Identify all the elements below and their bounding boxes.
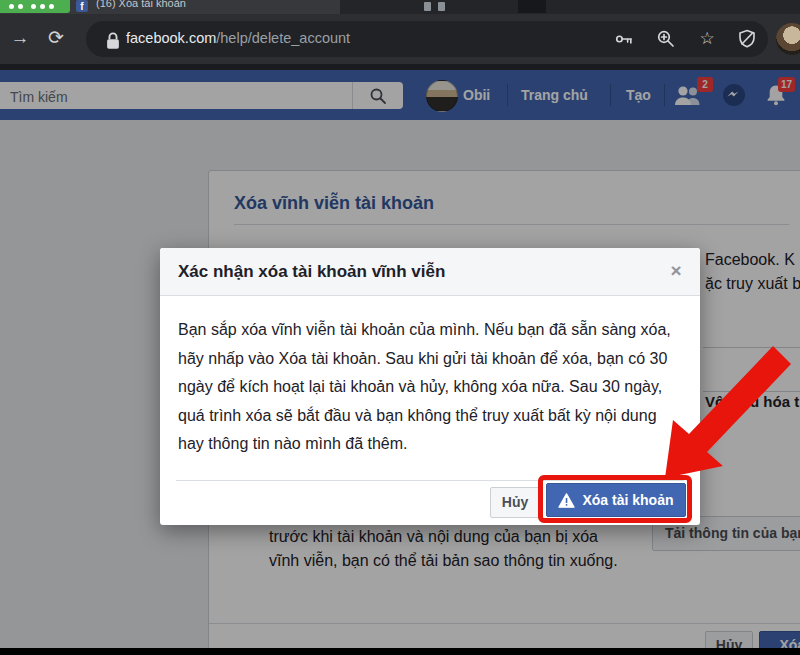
browser-profile-avatar[interactable] bbox=[776, 23, 800, 55]
zoom-icon[interactable] bbox=[656, 29, 676, 49]
facebook-favicon-icon: f bbox=[76, 0, 88, 12]
tab-decoration bbox=[424, 2, 431, 11]
modal-header: Xác nhận xóa tài khoản vĩnh viễn × bbox=[160, 248, 700, 296]
tab-title: (16) Xóa tài khoản bbox=[96, 0, 328, 14]
close-icon[interactable]: × bbox=[666, 259, 686, 283]
browser-toolbar: → ⟳ facebook.com/help/delete_account ☆ bbox=[0, 14, 800, 64]
annotation-highlight-box: Xóa tài khoản bbox=[538, 475, 692, 523]
browser-tab-strip: f (16) Xóa tài khoản bbox=[0, 0, 800, 14]
address-bar[interactable]: facebook.com/help/delete_account ☆ bbox=[86, 21, 768, 57]
reload-icon[interactable]: ⟳ bbox=[42, 24, 70, 52]
key-icon[interactable] bbox=[614, 29, 634, 49]
url-text: facebook.com/help/delete_account bbox=[126, 30, 350, 46]
warning-triangle-icon bbox=[558, 493, 575, 508]
new-tab-button[interactable] bbox=[518, 0, 546, 13]
bookmark-star-icon[interactable]: ☆ bbox=[696, 28, 718, 50]
shield-icon[interactable] bbox=[737, 29, 757, 49]
url-path: /help/delete_account bbox=[216, 30, 350, 46]
confirm-button-label: Xóa tài khoản bbox=[582, 492, 673, 508]
forward-icon[interactable]: → bbox=[6, 24, 34, 52]
tab-decoration bbox=[438, 2, 445, 11]
url-host: facebook.com bbox=[126, 30, 216, 46]
bottom-black-bar bbox=[0, 648, 800, 655]
screenshot-root: f (16) Xóa tài khoản → ⟳ facebook.com/he… bbox=[0, 0, 800, 655]
lock-icon bbox=[103, 31, 123, 51]
recording-badge bbox=[0, 0, 70, 13]
modal-title: Xác nhận xóa tài khoản vĩnh viễn bbox=[178, 262, 445, 282]
confirm-delete-modal: Xác nhận xóa tài khoản vĩnh viễn × Bạn s… bbox=[160, 248, 700, 525]
modal-cancel-button[interactable]: Hủy bbox=[490, 487, 540, 518]
recording-badge-dots bbox=[9, 4, 14, 9]
modal-body-text: Bạn sắp xóa vĩnh viễn tài khoản của mình… bbox=[178, 316, 678, 459]
modal-confirm-delete-button[interactable]: Xóa tài khoản bbox=[546, 483, 686, 517]
